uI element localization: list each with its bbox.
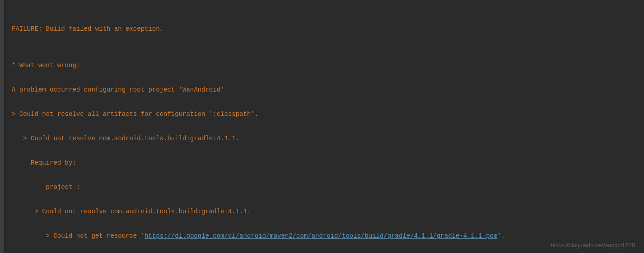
console-line: > Could not resolve com.android.tools.bu… [12, 206, 637, 218]
console-line: > Could not resolve com.android.tools.bu… [12, 133, 637, 145]
console-line: project : [12, 181, 637, 193]
console-line: * What went wrong: [12, 60, 637, 72]
resource-url-link[interactable]: https://dl.google.com/dl/android/maven2/… [145, 232, 497, 239]
console-line: > Could not get resource 'https://dl.goo… [12, 230, 637, 242]
side-tool-panel[interactable] [0, 0, 5, 253]
console-line: FAILURE: Build failed with an exception. [12, 23, 637, 35]
text-segment: '. [497, 232, 505, 239]
build-output-console[interactable]: FAILURE: Build failed with an exception.… [5, 0, 644, 253]
console-line: > Could not resolve all artifacts for co… [12, 108, 637, 120]
console-line: A problem occurred configuring root proj… [12, 84, 637, 96]
watermark-text: https://blog.csdn.net/songzi1228 [551, 242, 635, 248]
text-segment: > Could not get resource ' [12, 232, 145, 239]
console-line: Required by: [12, 157, 637, 169]
